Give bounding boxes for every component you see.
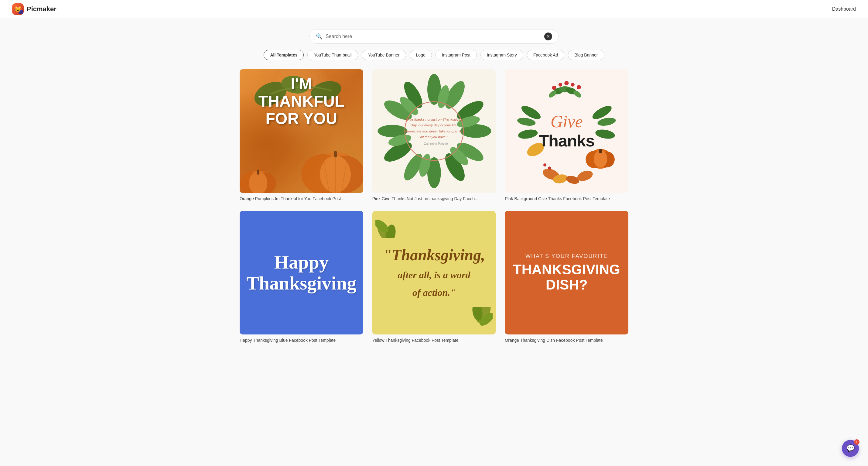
- template-card-label: Pink Background Give Thanks Facebook Pos…: [505, 196, 628, 202]
- svg-rect-56: [599, 149, 602, 153]
- give-thanks-text-block: Give Thanks: [539, 112, 594, 150]
- template-card[interactable]: "Give thanks not just on Thanksgiving Da…: [372, 69, 496, 202]
- svg-point-61: [543, 163, 546, 166]
- svg-point-47: [518, 128, 538, 140]
- give-text-line1: Give: [539, 112, 594, 131]
- search-section: 🔍 ✕: [0, 18, 868, 50]
- template-card-label: Yellow Thanksgiving Facebook Post Templa…: [372, 338, 496, 344]
- filter-all-templates[interactable]: All Templates: [264, 50, 304, 60]
- svg-rect-7: [334, 151, 337, 157]
- card-quote-text: "Give thanks not just on Thanksgiving Da…: [404, 117, 463, 141]
- filter-instagram-story[interactable]: Instagram Story: [480, 50, 523, 60]
- logo-icon: 😺: [12, 3, 24, 15]
- template-card[interactable]: Give Thanks Pink Background Give Thanks …: [505, 69, 628, 202]
- svg-point-38: [571, 83, 575, 87]
- svg-point-39: [577, 85, 581, 89]
- filter-section: All Templates YouTube Thumbnail YouTube …: [0, 50, 868, 69]
- search-input[interactable]: [326, 34, 541, 39]
- clear-button[interactable]: ✕: [544, 32, 552, 40]
- template-card[interactable]: HappyThanksgiving Happy Thanksgiving Blu…: [240, 211, 363, 343]
- filter-logo[interactable]: Logo: [410, 50, 432, 60]
- filter-instagram-post[interactable]: Instagram Post: [436, 50, 477, 60]
- card-pumpkin-main-text: I'M THANKFUL FOR YOU: [240, 69, 363, 134]
- template-grid: I'M THANKFUL FOR YOU Orange Pumpkins Im …: [215, 69, 653, 356]
- leaf-decoration2-icon: [468, 307, 493, 332]
- thanks-text-line2: Thanks: [539, 131, 594, 150]
- svg-point-62: [548, 166, 551, 169]
- chat-bubble-button[interactable]: 💬 1: [842, 440, 859, 457]
- search-bar: 🔍 ✕: [309, 29, 559, 44]
- svg-point-36: [559, 83, 562, 87]
- template-card[interactable]: What's Your Favourite Thanksgiving Dish?…: [505, 211, 628, 343]
- card-happy-thanksgiving-text: HappyThanksgiving: [246, 252, 356, 293]
- filter-blog-banner[interactable]: Blog Banner: [568, 50, 604, 60]
- thanksgiving-yellow-main-text: "Thanksgiving, after all, is a word of a…: [377, 240, 491, 306]
- svg-point-37: [565, 81, 569, 85]
- chat-icon: 💬: [846, 444, 855, 452]
- card-dish-text-main: Thanksgiving Dish?: [505, 262, 628, 292]
- card-attribution-text: — Catherine Pulsifer: [404, 142, 463, 146]
- chat-badge: 1: [854, 439, 860, 445]
- header: 😺 Picmaker Dashboard: [0, 0, 868, 18]
- logo-text: Picmaker: [27, 5, 57, 13]
- template-card-label: Pink Give Thanks Not Just on thanksgivin…: [372, 196, 496, 202]
- card-dish-text-top: What's Your Favourite: [525, 253, 608, 259]
- template-card-label: Orange Pumpkins Im Thankful for You Face…: [240, 196, 363, 202]
- filter-facebook-ad[interactable]: Facebook Ad: [527, 50, 565, 60]
- search-icon: 🔍: [316, 33, 322, 40]
- svg-rect-12: [257, 169, 259, 174]
- template-card-label: Happy Thanksgiving Blue Facebook Post Te…: [240, 338, 363, 344]
- dashboard-link[interactable]: Dashboard: [832, 6, 856, 12]
- template-card[interactable]: I'M THANKFUL FOR YOU Orange Pumpkins Im …: [240, 69, 363, 202]
- logo-area: 😺 Picmaker: [12, 3, 57, 15]
- filter-youtube-thumbnail[interactable]: YouTube Thumbnail: [307, 50, 358, 60]
- leaf-decoration-icon: [375, 214, 400, 238]
- template-card[interactable]: "Thanksgiving, after all, is a word of a…: [372, 211, 496, 343]
- template-card-label: Orange Thanksgiving Dish Facebook Post T…: [505, 338, 628, 344]
- svg-point-50: [595, 128, 616, 140]
- filter-youtube-banner[interactable]: YouTube Banner: [362, 50, 406, 60]
